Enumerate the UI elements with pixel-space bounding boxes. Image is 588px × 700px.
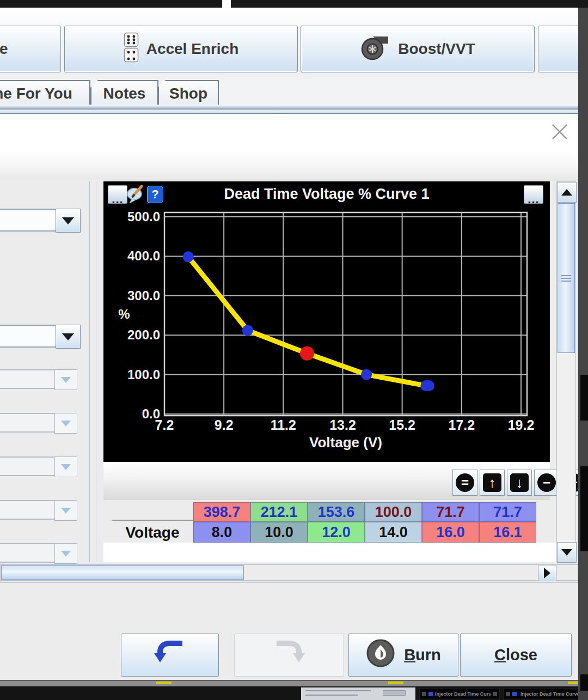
- dropdown-field: [0, 500, 54, 520]
- desktop-edge-shadow: [580, 375, 588, 421]
- dead-time-chart-panel: ... ? Dead Time Voltage % Curve 1 ... 7.…: [103, 181, 550, 462]
- percent-cell-1[interactable]: 212.1: [250, 502, 308, 522]
- horizontal-scrollbar-thumb[interactable]: [1, 565, 244, 580]
- undo-button[interactable]: [121, 634, 219, 677]
- svg-text:11.2: 11.2: [271, 417, 296, 433]
- desktop-edge-strip: [578, 8, 588, 700]
- svg-text:%: %: [118, 307, 130, 321]
- percent-cell-2[interactable]: 153.6: [308, 502, 365, 522]
- voltage-cell-1[interactable]: 10.0: [250, 522, 308, 543]
- dropdown-field: [0, 325, 56, 348]
- svg-text:13.2: 13.2: [329, 417, 356, 433]
- chart-menu-button-right[interactable]: ...: [524, 185, 543, 204]
- tab-shop-label: Shop: [169, 85, 207, 102]
- close-label: Close: [494, 646, 537, 664]
- shift-up-button[interactable]: ↑: [480, 470, 505, 496]
- mini-dots-icon: [493, 692, 497, 696]
- boost-vvt-button[interactable]: Boost/VVT: [301, 26, 535, 72]
- dropdown-arrow-button[interactable]: [56, 325, 81, 349]
- equals-icon: =: [456, 473, 474, 492]
- tab-shop[interactable]: Shop: [158, 80, 219, 106]
- disabled-dropdown-1: [0, 369, 77, 390]
- mini-help-icon: [428, 692, 433, 696]
- shift-down-button[interactable]: ↓: [507, 470, 532, 496]
- percent-cell-5[interactable]: 71.7: [479, 502, 536, 522]
- voltage-cell-2[interactable]: 12.0: [308, 522, 365, 543]
- close-icon[interactable]: [549, 121, 571, 143]
- voltage-cell-4[interactable]: 16.0: [422, 522, 479, 543]
- percent-cell-3[interactable]: 100.0: [365, 502, 422, 522]
- decrease-button[interactable]: −: [534, 470, 559, 496]
- voltage-cell-0[interactable]: 8.0: [193, 522, 250, 543]
- dropdown-field: [0, 209, 56, 232]
- desktop-background: [0, 686, 588, 700]
- burn-icon: [366, 638, 395, 672]
- curve-select-dropdown-2[interactable]: [0, 325, 81, 349]
- chevron-down-icon: [61, 551, 71, 557]
- table-spacer: [103, 543, 556, 562]
- equalize-button[interactable]: =: [452, 470, 477, 496]
- top-strip-notch: [222, 0, 231, 8]
- svg-text:9.2: 9.2: [215, 417, 234, 433]
- chevron-down-icon: [62, 217, 74, 224]
- background-window-title: Injector Dead Time Curve 4: [519, 691, 585, 697]
- background-window-title: Injector Dead Time Curve 3: [435, 691, 491, 697]
- svg-text:500.0: 500.0: [127, 209, 160, 224]
- dropdown-arrow-button: [54, 500, 77, 521]
- voltage-cell-3[interactable]: 14.0: [365, 522, 422, 543]
- burn-button[interactable]: Burn: [348, 634, 458, 677]
- chevron-down-icon: [61, 377, 71, 383]
- triangle-up-icon: [561, 189, 572, 196]
- svg-text:200.0: 200.0: [127, 327, 160, 342]
- desktop-edge-shadow: [580, 466, 588, 551]
- background-window-curve-3[interactable]: Injector Dead Time Curve 3: [419, 688, 500, 700]
- scroll-down-button[interactable]: [557, 542, 577, 563]
- toolbar-button-partial-label: e: [0, 40, 8, 58]
- scroll-up-button[interactable]: [557, 182, 577, 203]
- tab-notes[interactable]: Notes: [90, 80, 158, 106]
- dropdown-field: [0, 456, 54, 476]
- undo-icon: [153, 638, 187, 672]
- scroll-right-button[interactable]: [538, 565, 556, 581]
- redo-button: [234, 634, 344, 677]
- dropdown-field: [0, 543, 54, 563]
- tab-tune-for-you[interactable]: ne For You: [0, 80, 90, 106]
- voltage-row-label: Voltage: [112, 520, 193, 546]
- panel-divider-inner: [96, 181, 97, 562]
- chevron-down-icon: [61, 464, 71, 470]
- dialog-header: [0, 113, 578, 181]
- tab-bar: ne For You Notes Shop: [0, 79, 578, 105]
- background-window-curve-4[interactable]: Injector Dead Time Curve 4: [503, 688, 588, 700]
- mini-dots-icon: [506, 692, 510, 696]
- disabled-dropdown-5: [0, 543, 77, 564]
- disabled-dropdown-3: [0, 456, 77, 477]
- svg-text:0.0: 0.0: [142, 406, 160, 421]
- dropdown-arrow-button[interactable]: [56, 209, 81, 233]
- dots-icon: ...: [528, 196, 539, 203]
- tab-separator: [0, 105, 578, 113]
- disabled-dropdown-2: [0, 413, 77, 434]
- top-title-strip: [0, 0, 588, 8]
- percent-values-row: 398.7212.1153.6100.071.771.7: [193, 502, 536, 522]
- svg-text:300.0: 300.0: [127, 288, 160, 303]
- vertical-scrollbar-thumb[interactable]: [558, 203, 575, 353]
- close-button[interactable]: Close: [460, 634, 572, 677]
- chart-toolbar: = ↑ ↓ − + ✕: [103, 462, 550, 500]
- panel-divider: [89, 181, 90, 562]
- voltage-cell-5[interactable]: 16.1: [479, 522, 536, 543]
- toolbar-button-partial-left[interactable]: e: [0, 26, 61, 72]
- svg-text:100.0: 100.0: [127, 367, 160, 382]
- accel-enrich-button[interactable]: Accel Enrich: [64, 26, 298, 72]
- percent-cell-0[interactable]: 398.7: [193, 502, 250, 522]
- turbo-icon: [360, 33, 390, 65]
- dead-time-curve-plot[interactable]: 7.29.211.213.215.217.219.20.0100.0200.03…: [103, 203, 550, 462]
- curve-select-dropdown-1[interactable]: [0, 209, 81, 233]
- dropdown-field: [0, 413, 54, 433]
- svg-text:17.2: 17.2: [448, 417, 475, 433]
- accel-enrich-label: Accel Enrich: [146, 40, 239, 58]
- tab-notes-label: Notes: [103, 85, 146, 102]
- arrow-down-icon: ↓: [510, 473, 529, 492]
- percent-cell-4[interactable]: 71.7: [422, 502, 479, 522]
- app-root: e Accel Enrich: [0, 0, 588, 700]
- burn-label: Burn: [404, 646, 441, 664]
